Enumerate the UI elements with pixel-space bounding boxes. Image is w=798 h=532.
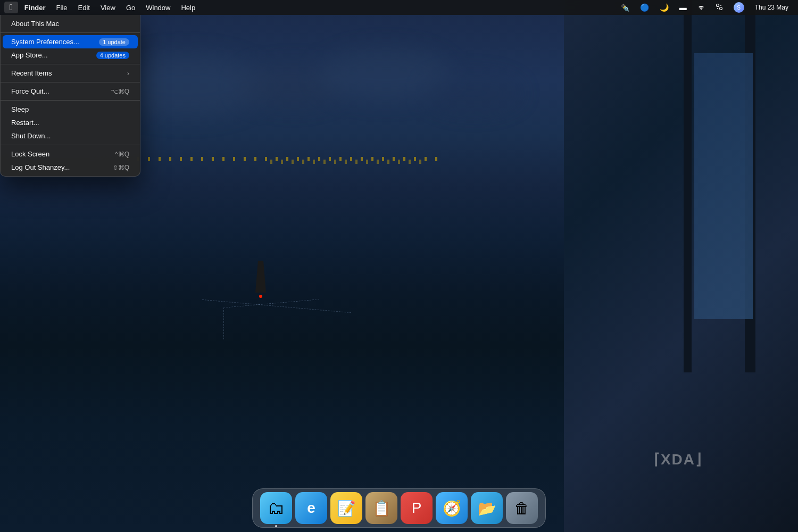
svg-point-0 bbox=[716, 4, 719, 6]
menubar:  Finder File Edit View Go Window Help ✒… bbox=[0, 0, 798, 15]
menubar-go[interactable]: Go bbox=[122, 3, 139, 13]
menu-item-app-store[interactable]: App Store... 4 updates bbox=[3, 48, 138, 62]
menu-item-logout[interactable]: Log Out Shanzey... ⇧⌘Q bbox=[3, 161, 138, 174]
dock-active-indicator bbox=[275, 525, 277, 527]
dock-icon-edge[interactable]: e bbox=[295, 492, 327, 524]
menubar-help[interactable]: Help bbox=[177, 3, 200, 13]
menubar-pen-icon[interactable]: ✒️ bbox=[617, 2, 633, 13]
menubar-view[interactable]: View bbox=[96, 3, 120, 13]
menubar-battery-icon[interactable]: ▬ bbox=[676, 2, 690, 13]
menubar-file[interactable]: File bbox=[52, 3, 72, 13]
clouds bbox=[106, 43, 532, 149]
menubar-night-icon[interactable]: 🌙 bbox=[656, 2, 672, 13]
menubar-datetime[interactable]: Thu 23 May bbox=[752, 3, 792, 12]
menu-item-restart[interactable]: Restart... bbox=[3, 116, 138, 129]
menu-separator-2 bbox=[1, 64, 140, 64]
svg-point-3 bbox=[717, 8, 718, 9]
dock-icon-notes[interactable]: 📝 bbox=[330, 492, 362, 524]
menubar-right: ✒️ 🔵 🌙 ▬ S Thu 23 May bbox=[617, 1, 798, 14]
profile-avatar: S bbox=[734, 2, 744, 13]
menu-separator-1 bbox=[1, 32, 140, 33]
menubar-profile-icon[interactable]: S bbox=[730, 1, 747, 14]
menubar-finder[interactable]: Finder bbox=[20, 3, 50, 13]
dock-icon-editor[interactable]: 📋 bbox=[365, 492, 397, 524]
menu-item-recent-items[interactable]: Recent Items › bbox=[3, 66, 138, 80]
dock: 🗂 e 📝 📋 P 🧭 📂 🗑 bbox=[252, 488, 546, 528]
svg-point-1 bbox=[719, 7, 722, 10]
menubar-left:  Finder File Edit View Go Window Help bbox=[0, 2, 200, 13]
window-glow bbox=[694, 53, 753, 319]
water-lights-2 bbox=[266, 160, 426, 164]
boat-wake-2 bbox=[202, 300, 351, 355]
menu-item-system-prefs[interactable]: System Preferences... 1 update bbox=[3, 35, 138, 48]
menubar-wifi-icon[interactable] bbox=[694, 2, 708, 13]
menu-item-about[interactable]: About This Mac bbox=[3, 17, 138, 30]
dock-icon-poster[interactable]: P bbox=[401, 492, 433, 524]
boat bbox=[245, 261, 277, 309]
menu-item-shutdown[interactable]: Shut Down... bbox=[3, 129, 138, 143]
menubar-window[interactable]: Window bbox=[142, 3, 174, 13]
menu-separator-3 bbox=[1, 82, 140, 82]
svg-point-2 bbox=[720, 5, 721, 6]
apple-menu-button[interactable]:  bbox=[4, 2, 18, 13]
dock-icon-safari[interactable]: 🧭 bbox=[436, 492, 468, 524]
menu-separator-5 bbox=[1, 145, 140, 145]
apple-dropdown-menu: About This Mac System Preferences... 1 u… bbox=[0, 15, 140, 177]
boat-body bbox=[255, 261, 266, 293]
xda-watermark: ⌈XDA⌋ bbox=[654, 451, 702, 468]
boat-light bbox=[259, 295, 262, 298]
menu-item-force-quit[interactable]: Force Quit... ⌥⌘Q bbox=[3, 85, 138, 98]
menu-item-sleep[interactable]: Sleep bbox=[3, 103, 138, 116]
menu-separator-4 bbox=[1, 100, 140, 101]
menubar-lastpass-icon[interactable]: 🔵 bbox=[637, 2, 652, 13]
dock-icon-finder[interactable]: 🗂 bbox=[260, 492, 292, 524]
menubar-edit[interactable]: Edit bbox=[74, 3, 94, 13]
menu-item-lock-screen[interactable]: Lock Screen ^⌘Q bbox=[3, 147, 138, 161]
menubar-controlcenter-icon[interactable] bbox=[712, 2, 726, 13]
dock-icon-trash[interactable]: 🗑 bbox=[506, 492, 538, 524]
window-frame-2 bbox=[684, 0, 692, 372]
dock-icon-files[interactable]: 📂 bbox=[471, 492, 503, 524]
